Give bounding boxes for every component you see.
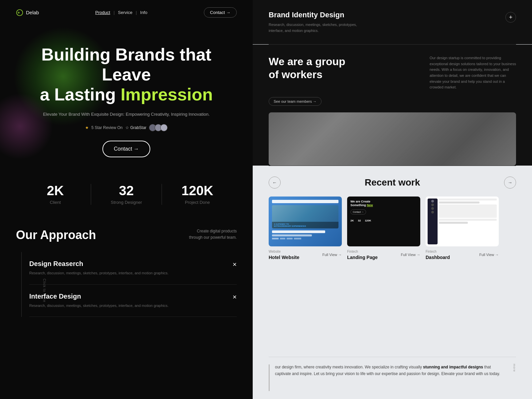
work-card-dashboard-footer: Fintech Dashboard Full View → <box>426 250 499 260</box>
approach-item-1-content: Design Reaserch Research, discussion, me… <box>29 260 169 276</box>
testimonial-section: our design firm, where creativity meets … <box>253 357 532 399</box>
workers-title-line2: of workers <box>269 68 323 80</box>
team-button[interactable]: See our team members → <box>269 97 322 106</box>
approach-item-2-arrow[interactable]: ✕ <box>232 294 237 300</box>
nav-links: Product | Service | Info <box>95 10 148 15</box>
nav-product[interactable]: Product <box>95 10 110 15</box>
stat-clients-number: 2K <box>20 184 91 197</box>
work-card-dashboard-link[interactable]: Full View → <box>479 253 499 257</box>
dash-bar-2 <box>439 201 479 203</box>
work-card-dashboard-title: Dashboard <box>426 255 450 260</box>
work-card-hotel: A GATEWAY TOEXTRAORDINARY EXPERIENCES <box>269 197 342 260</box>
work-card-landing-category: Fintech <box>347 250 378 253</box>
landing-stat-3: 120K <box>365 219 371 222</box>
hotel-logos <box>272 238 338 239</box>
dash-bar-1 <box>439 199 497 200</box>
landing-card-inner: We are Create Something New Contact → 2K… <box>347 197 420 246</box>
testimonial-bold: stunning and impactful designs <box>423 365 483 369</box>
approach-title: Our Approach <box>16 228 96 242</box>
avatar-stack <box>149 124 168 131</box>
workers-image <box>269 112 516 166</box>
work-card-hotel-title: Hotel Website <box>269 255 299 260</box>
nav-info[interactable]: Info <box>140 10 148 15</box>
recent-work-section: ← Recent work → A GATEWAY TOEXTRAORDINAR… <box>253 166 532 357</box>
stat-clients: 2K Client <box>20 184 91 205</box>
nav-contact-button[interactable]: Contact → <box>204 7 237 18</box>
hero-headline-highlight: Impression <box>121 85 213 104</box>
work-card-hotel-link[interactable]: Full View → <box>323 253 342 257</box>
landing-card-stats: 2K 32 120K <box>350 219 417 222</box>
approach-timeline-line <box>21 252 22 317</box>
workers-title-block: We are a group of workers <box>269 55 345 81</box>
star-platform-icon: ☆ <box>125 125 129 130</box>
work-cards-container: A GATEWAY TOEXTRAORDINARY EXPERIENCES <box>269 197 516 260</box>
workers-title: We are a group of workers <box>269 55 345 81</box>
recent-work-title: Recent work <box>365 177 420 188</box>
hero-headline-line1: Building Brands that Leave <box>41 45 211 84</box>
brand-arrow-button[interactable]: + <box>505 12 516 23</box>
hotel-nav-bar <box>272 200 338 203</box>
work-card-hotel-category: Website <box>269 250 299 253</box>
dash-dot-4 <box>431 211 434 213</box>
star-icon: ★ <box>85 125 89 130</box>
work-card-hotel-image: A GATEWAY TOEXTRAORDINARY EXPERIENCES <box>269 197 342 246</box>
hotel-logo-4 <box>294 238 301 239</box>
brand-desc: Research, discussion, meetings, sketches… <box>269 22 368 34</box>
hero-subtext: Elevate Your Brand With Exquisite Design… <box>20 111 233 118</box>
dash-bar-3 <box>439 204 497 218</box>
approach-item-2-desc: Research, discussion, meetings, sketches… <box>29 303 169 309</box>
review-row: ★ 5 Star Review On ☆ GrabStar <box>20 124 233 131</box>
work-card-landing-footer: Fintech Landing Page Full View → <box>347 250 420 260</box>
stat-projects-label: Project Done <box>162 200 233 205</box>
landing-title-line1: We are Create <box>350 200 370 203</box>
work-card-dashboard-info: Fintech Dashboard <box>426 250 450 260</box>
workers-description: Our design startup is committed to provi… <box>430 55 516 90</box>
recent-prev-button[interactable]: ← <box>269 177 281 189</box>
logo: Delab <box>16 9 39 16</box>
hero-headline-line2: a Lasting <box>40 85 121 104</box>
approach-item-2-content: Interface Design Research, discussion, m… <box>29 293 169 309</box>
approach-item-design-research: Design Reaserch Research, discussion, me… <box>29 252 237 285</box>
landing-card-title: We are Create Something New <box>350 200 417 207</box>
stat-clients-label: Client <box>20 200 91 205</box>
landing-card-btn: Contact → <box>350 209 366 214</box>
workers-section: We are a group of workers Our design sta… <box>253 45 532 166</box>
stat-projects-number: 120K <box>162 184 233 197</box>
dashboard-sidebar <box>428 199 438 244</box>
approach-item-2-title: Interface Design <box>29 293 169 300</box>
approach-item-1-desc: Research, discussion, meetings, sketches… <box>29 270 169 276</box>
review-label: 5 Star Review On <box>91 125 123 130</box>
dashboard-card-inner <box>426 197 499 246</box>
hotel-hero-image: A GATEWAY TOEXTRAORDINARY EXPERIENCES <box>272 205 338 228</box>
hotel-text-bar2 <box>272 234 312 236</box>
workers-title-line1: We are a group <box>269 56 345 67</box>
landing-stat-2: 32 <box>358 219 361 222</box>
landing-title-highlight: New <box>367 203 373 207</box>
dashboard-main <box>439 199 497 244</box>
hotel-text-bar <box>272 230 325 233</box>
landing-stat-1: 2K <box>350 219 354 222</box>
work-card-landing: We are Create Something New Contact → 2K… <box>347 197 420 260</box>
svg-point-1 <box>18 12 20 14</box>
hero-cta-button[interactable]: Contact → <box>102 141 150 157</box>
dash-bar-5 <box>439 222 468 224</box>
approach-description: Create digital products through our powe… <box>184 228 237 241</box>
stat-projects: 120K Project Done <box>162 184 233 205</box>
recent-next-button[interactable]: → <box>504 177 516 189</box>
work-card-landing-link[interactable]: Full View → <box>401 253 420 257</box>
nav-sep-1: | <box>113 10 114 15</box>
approach-items: Design Reaserch Research, discussion, me… <box>16 252 237 317</box>
testimonial-bar <box>269 364 270 391</box>
hotel-logo-3 <box>287 238 293 239</box>
meeting-photo <box>269 112 516 166</box>
work-card-landing-info: Fintech Landing Page <box>347 250 378 260</box>
navbar: Delab Product | Service | Info Contact → <box>0 0 253 25</box>
nav-service[interactable]: Service <box>118 10 132 15</box>
approach-item-1-arrow[interactable]: ✕ <box>232 261 237 268</box>
workers-header: We are a group of workers Our design sta… <box>269 55 516 90</box>
dash-bar-4 <box>439 219 497 221</box>
brand-title: Brand Identity Design <box>269 11 368 19</box>
approach-items-container: Click to more Design Reaserch Research, … <box>16 252 237 317</box>
dash-dot-3 <box>431 207 434 210</box>
hotel-card-inner: A GATEWAY TOEXTRAORDINARY EXPERIENCES <box>269 197 342 246</box>
